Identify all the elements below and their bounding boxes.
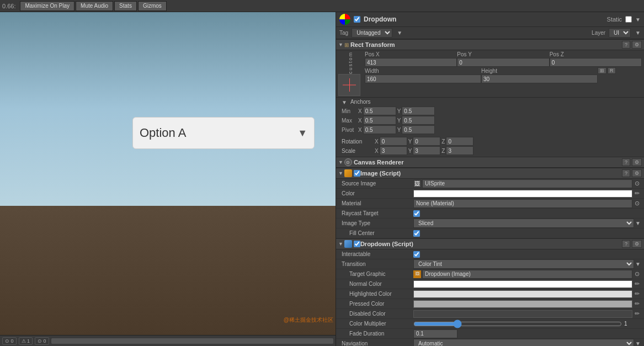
status-icon-1[interactable]: ⊙ 0 <box>2 337 17 345</box>
navigation-row: Navigation Automatic ▼ <box>336 339 644 346</box>
scale-x-input[interactable] <box>380 146 407 155</box>
highlighted-color-swatch[interactable] <box>413 290 632 298</box>
source-image-row: Source Image 🖼 ⊙ <box>336 179 644 189</box>
pivot-x-input[interactable] <box>363 125 396 134</box>
interactable-checkbox[interactable] <box>413 251 420 258</box>
highlighted-color-edit-button[interactable]: ✏ <box>634 290 641 297</box>
layer-dropdown-icon: ▼ <box>635 30 641 36</box>
rect-transform-section-header[interactable]: ▼ ⊞ Rect Transform ? ⚙ <box>336 39 644 50</box>
image-script-title: Image (Script) <box>360 170 401 177</box>
status-icon-3[interactable]: ⊙ 0 <box>35 337 49 345</box>
scale-y-input[interactable] <box>413 146 440 155</box>
transition-select[interactable]: Color Tint <box>413 259 634 269</box>
rot-x-label: X <box>375 139 379 145</box>
max-x-label: X <box>358 118 362 124</box>
color-multiplier-value: 1 <box>413 320 641 328</box>
color-swatch[interactable] <box>413 190 632 198</box>
material-row: Material ⊙ <box>336 199 644 209</box>
color-edit-button[interactable]: ✏ <box>634 190 641 197</box>
fill-center-checkbox[interactable] <box>413 230 420 237</box>
pos-z-label: Pos Z <box>550 51 572 57</box>
pivot-section: custom <box>338 51 363 96</box>
gizmos-button[interactable]: Gizmos <box>138 1 167 11</box>
image-script-settings-button[interactable]: ⚙ <box>632 169 642 177</box>
max-y-input[interactable] <box>402 116 435 125</box>
color-multiplier-val: 1 <box>624 321 641 327</box>
canvas-renderer-section-header[interactable]: ▼ ⊙ Canvas Renderer ? ⚙ <box>336 157 644 168</box>
static-label: Static <box>607 16 622 23</box>
rot-y-input[interactable] <box>413 137 440 146</box>
color-multiplier-slider[interactable] <box>413 320 622 328</box>
normal-color-swatch[interactable] <box>413 280 632 288</box>
target-graphic-select-button[interactable]: ⊙ <box>634 270 641 278</box>
pivot-cross <box>343 78 356 92</box>
wh-reset-button[interactable]: R <box>608 67 616 74</box>
material-select-button[interactable]: ⊙ <box>634 200 641 207</box>
max-x-input[interactable] <box>363 116 396 125</box>
status-icon-2[interactable]: ⚠ 1 <box>19 337 33 345</box>
rotation-label: Rotation <box>342 139 375 145</box>
layer-select[interactable]: UI <box>609 28 631 38</box>
source-image-input[interactable] <box>422 179 632 188</box>
maximize-on-play-button[interactable]: Maximize On Play <box>20 1 74 11</box>
rect-transform-help-button[interactable]: ? <box>622 41 630 49</box>
min-y-input[interactable] <box>402 107 435 115</box>
pivot-icon[interactable] <box>338 74 360 96</box>
target-graphic-row: Target Graphic 🖼 ⊙ <box>336 269 644 279</box>
active-checkbox-label[interactable] <box>354 16 360 23</box>
scale-z-input[interactable] <box>446 146 473 155</box>
active-checkbox[interactable] <box>354 16 360 23</box>
pivot-y-input[interactable] <box>402 125 435 134</box>
height-input[interactable] <box>481 74 598 83</box>
pressed-color-edit-button[interactable]: ✏ <box>634 300 641 307</box>
image-script-active-label[interactable] <box>354 170 360 177</box>
dropdown-script-section-header[interactable]: ▼ Dropdown (Script) ? ⚙ <box>336 238 644 249</box>
dropdown-script-active-checkbox[interactable] <box>354 241 360 247</box>
pos-z-input[interactable] <box>550 58 642 67</box>
source-image-select-button[interactable]: ⊙ <box>634 180 641 187</box>
min-x-input[interactable] <box>363 107 396 115</box>
dropdown-script-settings-button[interactable]: ⚙ <box>632 240 642 248</box>
pos-y-input[interactable] <box>457 58 549 67</box>
rot-x-input[interactable] <box>380 137 407 146</box>
image-script-help-button[interactable]: ? <box>622 169 630 177</box>
material-input[interactable] <box>413 199 632 208</box>
rect-transform-settings-button[interactable]: ⚙ <box>632 41 642 49</box>
fade-duration-label: Fade Duration <box>342 331 413 337</box>
dropdown-script-help-button[interactable]: ? <box>622 240 630 248</box>
dropdown-script-fold-icon: ▼ <box>338 241 343 247</box>
wh-aspect-button[interactable]: ⊞ <box>598 67 606 74</box>
tag-select[interactable]: Untagged <box>352 28 392 38</box>
stats-button[interactable]: Stats <box>114 1 137 11</box>
fade-duration-input[interactable] <box>413 329 457 338</box>
normal-color-edit-button[interactable]: ✏ <box>634 280 641 288</box>
canvas-renderer-help-button[interactable]: ? <box>622 158 630 166</box>
scene-viewport[interactable]: Option A ▼ @稀土掘金技术社区 <box>0 12 336 335</box>
target-graphic-value: 🖼 ⊙ <box>413 270 641 279</box>
image-type-select[interactable]: Sliced <box>413 219 634 228</box>
rot-z-input[interactable] <box>446 137 473 146</box>
image-script-active-checkbox[interactable] <box>354 170 360 177</box>
navigation-select[interactable]: Automatic <box>413 339 634 346</box>
tag-dropdown-icon: ▼ <box>397 30 402 36</box>
dropdown-arrow-icon: ▼ <box>297 127 307 139</box>
image-type-label: Image Type <box>342 220 413 226</box>
width-input[interactable] <box>365 74 481 83</box>
horizontal-scrollbar[interactable] <box>51 338 333 344</box>
canvas-renderer-settings-button[interactable]: ⚙ <box>632 158 642 166</box>
static-checkbox[interactable] <box>625 16 632 23</box>
image-script-section-header[interactable]: ▼ Image (Script) ? ⚙ <box>336 168 644 179</box>
dropdown-widget[interactable]: Option A ▼ <box>132 117 315 149</box>
pressed-color-swatch[interactable] <box>413 300 632 308</box>
mute-audio-button[interactable]: Mute Audio <box>76 1 113 11</box>
disabled-color-edit-button[interactable]: ✏ <box>634 310 641 317</box>
max-anchor-row: Max X Y <box>342 116 641 125</box>
highlighted-color-label: Highlighted Color <box>342 291 413 297</box>
anchors-fold-icon: ▼ <box>342 99 347 105</box>
dropdown-script-active-label[interactable] <box>354 241 360 247</box>
static-dropdown-icon[interactable]: ▼ <box>635 17 641 23</box>
raycast-target-checkbox[interactable] <box>413 210 420 217</box>
disabled-color-swatch[interactable] <box>413 310 632 318</box>
target-graphic-input[interactable] <box>422 270 632 279</box>
pos-x-input[interactable] <box>365 58 457 67</box>
